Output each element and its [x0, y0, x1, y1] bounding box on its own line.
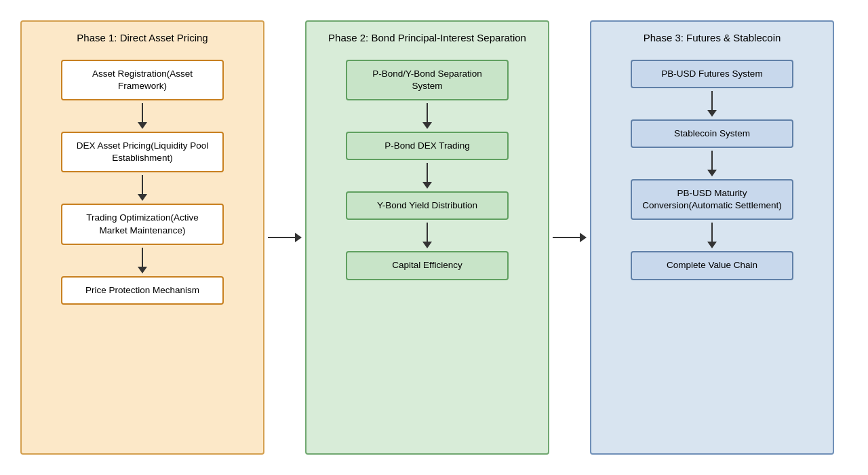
arrow-shaft: [268, 237, 295, 238]
arrow-shaft: [553, 237, 580, 238]
phase1-node-3: Price Protection Mechanism: [61, 276, 224, 305]
arrow-shaft: [711, 91, 713, 110]
phase2-node-0: P-Bond/Y-Bond Separation System: [346, 60, 509, 100]
phase1-arrow-2: [138, 248, 147, 273]
arrow-shaft: [142, 175, 143, 194]
phase3-arrow-1: [707, 151, 717, 176]
phase1-arrow-1: [138, 175, 147, 201]
arrow-head: [580, 233, 587, 242]
arrow-head: [422, 122, 432, 129]
right-arrow: [268, 233, 302, 242]
connector-1-2: [264, 233, 305, 242]
arrow-shaft: [711, 151, 713, 170]
phase3-nodes: PB-USD Futures System Stablecoin System …: [631, 60, 793, 444]
phase1-node-0: Asset Registration(Asset Framework): [61, 60, 224, 100]
arrow-head: [295, 233, 302, 242]
phase3-box: Phase 3: Futures & Stablecoin PB-USD Fut…: [590, 20, 834, 455]
phase3-title: Phase 3: Futures & Stablecoin: [644, 31, 781, 45]
arrow-shaft: [427, 103, 428, 122]
diagram-container: Phase 1: Direct Asset Pricing Asset Regi…: [14, 10, 854, 465]
right-arrow: [553, 233, 587, 242]
phase3-arrow-2: [707, 223, 717, 248]
phase2-node-2: Y-Bond Yield Distribution: [346, 191, 509, 220]
arrow-head: [707, 242, 717, 248]
phase3-node-2: PB-USD Maturity Conversion(Automatic Set…: [631, 179, 793, 220]
arrow-shaft: [427, 223, 428, 242]
arrow-head: [707, 170, 717, 176]
phase2-arrow-2: [422, 223, 432, 248]
arrow-shaft: [711, 223, 713, 242]
phase2-node-1: P-Bond DEX Trading: [346, 132, 509, 160]
arrow-head: [138, 122, 147, 129]
arrow-head: [422, 242, 432, 248]
phase1-title: Phase 1: Direct Asset Pricing: [77, 31, 208, 45]
arrow-head: [138, 194, 147, 201]
phase1-box: Phase 1: Direct Asset Pricing Asset Regi…: [20, 20, 264, 455]
arrow-head: [707, 110, 717, 117]
arrow-shaft: [142, 248, 143, 267]
phase3-node-3: Complete Value Chain: [631, 251, 793, 280]
connector-2-3: [549, 233, 590, 242]
arrow-head: [138, 267, 147, 273]
phase2-nodes: P-Bond/Y-Bond Separation System P-Bond D…: [346, 60, 509, 444]
arrow-head: [422, 182, 432, 189]
phase2-arrow-1: [422, 163, 432, 189]
phase2-node-3: Capital Efficiency: [346, 251, 509, 280]
phase1-node-2: Trading Optimization(Active Market Maint…: [61, 204, 224, 244]
phase2-box: Phase 2: Bond Principal-Interest Separat…: [305, 20, 549, 455]
phase2-title: Phase 2: Bond Principal-Interest Separat…: [328, 31, 526, 45]
phase1-node-1: DEX Asset Pricing(Liquidity Pool Establi…: [61, 132, 224, 172]
arrow-shaft: [142, 103, 143, 122]
phase1-nodes: Asset Registration(Asset Framework) DEX …: [61, 60, 224, 444]
phase3-arrow-0: [707, 91, 717, 117]
phase1-arrow-0: [138, 103, 147, 129]
arrow-shaft: [427, 163, 428, 182]
phase3-node-1: Stablecoin System: [631, 119, 793, 148]
phase2-arrow-0: [422, 103, 432, 129]
phase3-node-0: PB-USD Futures System: [631, 60, 793, 88]
